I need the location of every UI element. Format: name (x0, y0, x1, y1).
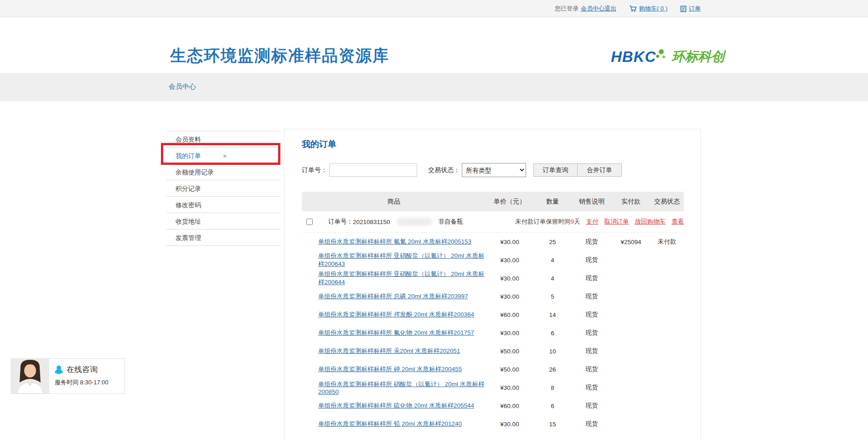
product-link[interactable]: 单组份水质监测标样标样所 铅 20ml 水质标样201240 (318, 420, 462, 427)
order-item-row: 单组份水质监测标样标样所 亚硝酸盐（以氮计） 20ml 水质标样200643 ¥… (302, 251, 684, 269)
quantity: 6 (533, 330, 572, 337)
sidebar-item[interactable]: 余额使用记录 (166, 164, 280, 180)
order-item-row: 单组份水质监测标样标样所 总磷 20ml 水质标样203997 ¥30.00 5… (302, 287, 684, 306)
col-status: 交易状态 (650, 198, 684, 206)
page: 您已登录 会员中心退出 购物车( 0 ) 订单 (0, 0, 868, 439)
sidebar-item[interactable]: 收货地址 (166, 213, 280, 230)
orders-link[interactable]: 订单 (689, 5, 701, 13)
order-item-row: 单组份水质监测标样标样所 砷 20ml 水质标样200455 ¥50.00 26… (302, 360, 684, 378)
brand-logo: HBKC 环标科创 (611, 48, 724, 66)
unit-price: ¥30.00 (486, 330, 533, 337)
order-items: 单组份水质监测标样标样所 氨氮 20ml 水质标样2005153 ¥30.00 … (302, 233, 684, 433)
col-paid: 实付款 (612, 198, 650, 206)
unit-price: ¥30.00 (486, 275, 533, 282)
order-filter-bar: 订单号： 交易状态： 所有类型 订单查询 合并订单 (302, 163, 683, 177)
quantity: 14 (533, 311, 572, 318)
unit-price: ¥60.00 (486, 403, 533, 409)
sale-note: 现货 (572, 347, 612, 355)
order-item-row: 单组份水质监测标样标样所 氨氮 20ml 水质标样2005153 ¥30.00 … (302, 233, 684, 251)
order-item-row: 单组份水质监测标样标样所 挥发酚 20ml 水质标样200364 ¥60.00 … (302, 306, 684, 324)
sale-note: 现货 (572, 420, 612, 428)
sale-note: 现货 (572, 365, 612, 373)
unit-price: ¥60.00 (486, 311, 533, 318)
support-agent-photo (11, 359, 49, 393)
order-no-label: 订单号： (328, 218, 353, 226)
order-no-value: 20210831150 (353, 219, 390, 225)
product-link[interactable]: 单组份水质监测标样标样所 汞20ml 水质标样202051 (318, 347, 460, 354)
col-unit-price: 单价（元） (486, 198, 533, 206)
quantity: 5 (533, 293, 572, 300)
member-center-logout-link[interactable]: 会员中心退出 (581, 5, 616, 13)
view-order-link[interactable]: 查看 (672, 218, 684, 226)
unit-price: ¥30.00 (486, 257, 533, 264)
chat-hours: 服务时间 8:30-17:00 (55, 378, 124, 387)
product-link[interactable]: 单组份水质监测标样标样所 亚硝酸盐（以氮计） 20ml 水质标样200644 (318, 271, 485, 286)
return-to-cart-link[interactable]: 放回购物车 (635, 218, 666, 226)
cancel-order-link[interactable]: 取消订单 (604, 218, 629, 226)
unit-price: ¥30.00 (486, 421, 533, 428)
top-utility-bar: 您已登录 会员中心退出 购物车( 0 ) 订单 (0, 0, 868, 17)
order-search-button[interactable]: 订单查询 (533, 163, 578, 177)
merge-orders-button[interactable]: 合并订单 (578, 163, 622, 177)
product-link[interactable]: 单组份水质监测标样标样所 硫化物 20ml 水质标样205544 (318, 402, 474, 409)
orders-table-header: 商品 单价（元） 数量 销售说明 实付款 交易状态 (302, 192, 684, 211)
product-link[interactable]: 单组份水质监测标样标样所 氨氮 20ml 水质标样2005153 (318, 238, 471, 245)
product-link[interactable]: 单组份水质监测标样标样所 总磷 20ml 水质标样203997 (318, 293, 468, 300)
shopping-cart-icon (629, 5, 637, 12)
logged-in-text: 您已登录 (555, 5, 579, 13)
product-link[interactable]: 单组份水质监测标样标样所 硝酸盐（以氮计） 20ml 水质标样200850 (318, 381, 485, 395)
col-qty: 数量 (533, 198, 572, 206)
unit-price: ¥30.00 (486, 293, 533, 300)
unit-price: ¥30.00 (486, 384, 533, 391)
sale-note: 现货 (572, 402, 612, 410)
sidebar-item[interactable]: 发票管理 (166, 230, 280, 246)
product-link[interactable]: 单组份水质监测标样标样所 砷 20ml 水质标样200455 (318, 366, 462, 373)
status-select[interactable]: 所有类型 (462, 163, 526, 177)
order-group-row: 订单号： 20210831150 非自备瓶 未付款订单保留时间9天 支付 取消订… (302, 211, 684, 233)
quantity: 6 (533, 403, 572, 409)
pay-link[interactable]: 支付 (586, 218, 599, 226)
quantity: 4 (533, 257, 572, 264)
order-item-row: 单组份水质监测标样标样所 氟化物 20ml 水质标样201757 ¥30.00 … (302, 324, 684, 342)
unit-price: ¥50.00 (486, 348, 533, 355)
sale-note: 现货 (572, 238, 612, 246)
sidebar-item[interactable]: 会员资料 (166, 131, 280, 148)
order-item-row: 单组份水质监测标样标样所 硝酸盐（以氮计） 20ml 水质标样200850 ¥3… (302, 378, 684, 397)
order-item-row: 单组份水质监测标样标样所 亚硝酸盐（以氮计） 20ml 水质标样200644 ¥… (302, 269, 684, 287)
molecule-dots-icon (656, 49, 668, 65)
unit-price: ¥50.00 (486, 366, 533, 373)
brand-cn-text: 环标科创 (672, 48, 724, 66)
site-logo-title[interactable]: 生态环境监测标准样品资源库 (170, 45, 389, 66)
sale-note: 现货 (572, 256, 612, 264)
order-item-row: 单组份水质监测标样标样所 铅 20ml 水质标样201240 ¥30.00 15… (302, 415, 684, 433)
chat-title: 在线咨询 (67, 364, 98, 375)
paid-amount: ¥25094 (612, 239, 650, 245)
order-item-row: 单组份水质监测标样标样所 汞20ml 水质标样202051 ¥50.00 10 … (302, 342, 684, 360)
order-item-row: 单组份水质监测标样标样所 硫化物 20ml 水质标样205544 ¥60.00 … (302, 397, 684, 415)
online-chat-widget[interactable]: 在线咨询 服务时间 8:30-17:00 (11, 358, 125, 394)
order-select-checkbox[interactable] (306, 219, 313, 225)
col-sale-note: 销售说明 (572, 198, 612, 206)
sale-note: 现货 (572, 274, 612, 282)
order-no-input[interactable] (329, 163, 417, 177)
cart-link[interactable]: 购物车( 0 ) (639, 5, 667, 13)
quantity: 26 (533, 366, 572, 373)
orders-table: 商品 单价（元） 数量 销售说明 实付款 交易状态 订单号： 202108311… (302, 192, 684, 433)
qq-penguin-icon (55, 365, 63, 374)
sale-note: 现货 (572, 292, 612, 301)
chat-info: 在线咨询 服务时间 8:30-17:00 (49, 359, 124, 393)
product-link[interactable]: 单组份水质监测标样标样所 亚硝酸盐（以氮计） 20ml 水质标样200643 (318, 252, 485, 267)
breadcrumb[interactable]: 会员中心 (169, 82, 196, 91)
product-link[interactable]: 单组份水质监测标样标样所 挥发酚 20ml 水质标样200364 (318, 311, 474, 318)
product-link[interactable]: 单组份水质监测标样标样所 氟化物 20ml 水质标样201757 (318, 329, 474, 336)
orders-icon (680, 5, 687, 12)
sidebar-item[interactable]: 修改密码 (166, 197, 280, 213)
sidebar-item[interactable]: 积分记录 (166, 180, 280, 197)
retention-days: 9 (570, 218, 574, 225)
breadcrumb-band: 会员中心 (0, 73, 868, 101)
page-title: 我的订单 (302, 138, 683, 150)
site-header: 生态环境监测标准样品资源库 HBKC 环标科创 产品分类 首页 产品查询 新品上… (0, 18, 868, 73)
sidebar-item[interactable]: 我的订单> (166, 148, 280, 164)
orders-panel: 我的订单 订单号： 交易状态： 所有类型 订单查询 合并订单 商品 单价（元） … (284, 129, 701, 439)
quantity: 8 (533, 384, 572, 391)
